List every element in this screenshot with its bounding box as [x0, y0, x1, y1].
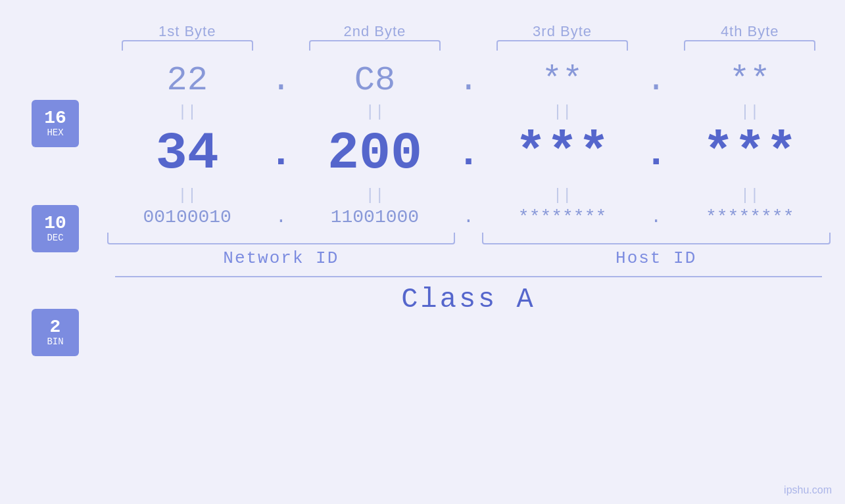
badge-dec-label: DEC: [47, 233, 63, 243]
top-bracket-2: [309, 40, 441, 51]
dec-val-2: 200: [295, 124, 455, 183]
id-labels-row: Network ID Host ID: [107, 248, 831, 268]
class-a-line: [115, 276, 822, 277]
class-a-section: Class A: [107, 276, 831, 315]
dec-dot-1: .: [268, 134, 295, 173]
dec-row: 34 . 200 . *** . ***: [107, 124, 831, 183]
hex-dot-3: .: [642, 61, 669, 100]
eq-1-2: ||: [295, 103, 455, 121]
dec-val-3: ***: [482, 124, 642, 183]
hex-val-4: **: [669, 61, 830, 100]
col-header-2: 2nd Byte: [295, 23, 455, 51]
eq-1-3: ||: [482, 103, 642, 121]
hex-val-1: 22: [107, 61, 268, 100]
bin-dot-2: .: [455, 207, 482, 227]
eq-1-4: ||: [669, 103, 830, 121]
eq-2-3: ||: [482, 187, 642, 204]
bin-dot-3: .: [642, 207, 669, 227]
column-headers: 1st Byte 2nd Byte 3rd Byte 4th Byte: [107, 23, 831, 51]
content-area: 1st Byte 2nd Byte 3rd Byte 4th Byte 22: [107, 13, 831, 315]
eq-row-1: || || || ||: [107, 100, 831, 124]
hex-val-3: **: [482, 61, 642, 100]
badge-bin-num: 2: [50, 318, 61, 336]
hex-dot-1: .: [268, 61, 295, 100]
bin-val-2: 11001000: [295, 207, 455, 227]
network-id-label: Network ID: [107, 248, 456, 268]
top-bracket-3: [496, 40, 628, 51]
badge-hex-label: HEX: [47, 127, 63, 138]
bin-row: 00100010 . 11001000 . ******** . *******…: [107, 207, 831, 227]
host-id-label: Host ID: [482, 248, 831, 268]
bottom-brackets-row: [107, 233, 831, 244]
badge-hex-num: 16: [44, 109, 66, 127]
badge-bin-label: BIN: [47, 336, 63, 347]
col-header-4: 4th Byte: [669, 23, 830, 51]
top-bracket-4: [684, 40, 815, 51]
col-header-3: 3rd Byte: [482, 23, 642, 51]
bin-val-3: ********: [482, 207, 642, 227]
badge-dec-num: 10: [44, 214, 66, 233]
class-a-text: Class A: [401, 284, 535, 315]
eq-2-4: ||: [669, 187, 830, 204]
dec-dot-2: .: [455, 134, 482, 173]
dec-dot-3: .: [642, 134, 669, 173]
bin-dot-1: .: [268, 207, 295, 227]
host-bracket: [482, 233, 831, 244]
col-header-1: 1st Byte: [107, 23, 268, 51]
eq-2-1: ||: [107, 187, 268, 204]
hex-dot-2: .: [455, 61, 482, 100]
bin-val-4: ********: [669, 207, 830, 227]
top-bracket-1: [122, 40, 253, 51]
dec-val-1: 34: [107, 124, 268, 183]
dec-val-4: ***: [669, 124, 830, 183]
bin-val-1: 00100010: [107, 207, 268, 227]
watermark: ipshu.com: [784, 484, 832, 496]
main-container: 16 HEX 10 DEC 2 BIN 1st Byte 2nd Byte 3r…: [0, 0, 845, 504]
eq-row-2: || || || ||: [107, 183, 831, 207]
eq-1-1: ||: [107, 103, 268, 121]
network-bracket: [107, 233, 456, 244]
hex-val-2: C8: [295, 61, 455, 100]
badge-hex: 16 HEX: [32, 100, 79, 147]
hex-row: 22 . C8 . ** . **: [107, 61, 831, 100]
eq-2-2: ||: [295, 187, 455, 204]
badge-bin: 2 BIN: [32, 309, 79, 356]
badge-dec: 10 DEC: [32, 205, 79, 252]
